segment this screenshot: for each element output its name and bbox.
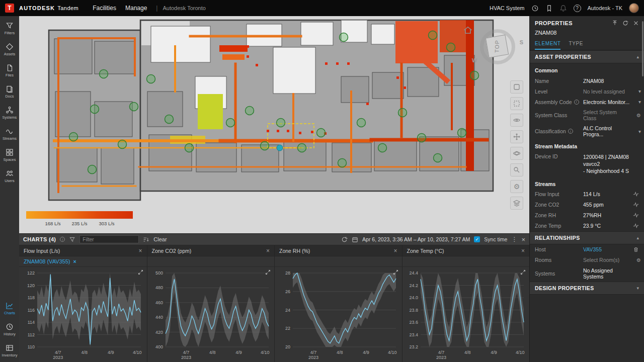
tab-element[interactable]: ELEMENT: [535, 39, 560, 50]
info-icon[interactable]: i: [574, 100, 579, 105]
top-bar: T AUTODESK Tandem Facilities Manage | Au…: [0, 0, 644, 16]
tandem-logo[interactable]: T: [5, 4, 14, 13]
sidebar-item-charts[interactable]: Charts: [0, 300, 19, 317]
trash-icon[interactable]: [633, 246, 641, 252]
gear-icon[interactable]: ⚙: [633, 113, 641, 118]
sidebar-item-history[interactable]: History: [0, 321, 19, 338]
first-person-tool[interactable]: [510, 114, 523, 127]
host-link[interactable]: VAV355: [583, 246, 631, 252]
gear-icon[interactable]: ⚙: [633, 257, 641, 263]
kebab-menu-icon[interactable]: ⋮: [511, 236, 517, 243]
sidebar-item-inventory[interactable]: Inventory: [0, 342, 19, 359]
view-cube-face[interactable]: TOP: [486, 35, 509, 58]
chart-title: Flow Input (L/s): [24, 248, 60, 254]
sync-time-checkbox[interactable]: ✓: [474, 236, 480, 242]
selected-element-name: ZNAM08: [530, 28, 644, 39]
chevron-down-icon[interactable]: ▾: [633, 99, 641, 105]
svg-text:114: 114: [28, 320, 35, 325]
series-tag[interactable]: ZNAM08 (VAV355) ×: [24, 258, 76, 264]
sidebar-item-docs[interactable]: Docs: [0, 83, 19, 100]
nav-manage[interactable]: Manage: [125, 5, 147, 12]
expand-icon[interactable]: [520, 269, 526, 275]
sidebar-item-spaces[interactable]: Spaces: [0, 147, 19, 163]
avatar[interactable]: [629, 3, 639, 13]
refresh-icon[interactable]: [622, 20, 628, 26]
chevron-down-icon[interactable]: ▾: [633, 88, 641, 94]
tab-type[interactable]: TYPE: [569, 39, 583, 50]
date-range[interactable]: Apr 6, 2023, 3:36 AM – Apr 10, 2023, 7:2…: [362, 236, 470, 242]
sidebar-item-systems[interactable]: Systems: [0, 105, 19, 121]
zoom-window-tool[interactable]: [510, 97, 523, 110]
chevron-down-icon[interactable]: ▾: [633, 129, 641, 134]
expand-icon[interactable]: [138, 269, 143, 275]
close-icon[interactable]: ×: [393, 247, 397, 254]
stream-chart-icon[interactable]: [633, 223, 641, 229]
property-row-assembly-code: Assembly Codei Electronic Monitor... ▾: [530, 97, 644, 107]
expand-icon[interactable]: [393, 269, 398, 275]
sidebar-item-label: Charts: [4, 311, 15, 315]
clear-button[interactable]: Clear: [153, 236, 167, 242]
chart-zone-co2[interactable]: 4004204404604805004/720234/84/94/10: [147, 267, 275, 362]
close-icon[interactable]: [633, 20, 639, 26]
floor-plan[interactable]: [19, 16, 529, 233]
sidebar-item-files[interactable]: Files: [0, 62, 19, 79]
sidebar-item-assets[interactable]: Assets: [0, 41, 19, 58]
svg-text:2023: 2023: [436, 355, 446, 360]
close-icon[interactable]: ×: [266, 247, 270, 254]
layers-tool[interactable]: [510, 197, 523, 210]
close-icon[interactable]: ×: [521, 247, 525, 254]
clock-icon[interactable]: [531, 5, 539, 12]
stream-chart-icon[interactable]: [633, 191, 641, 197]
expand-icon[interactable]: [265, 269, 271, 275]
settings-tool[interactable]: ⚙: [510, 180, 523, 193]
orbit-tool[interactable]: [510, 147, 523, 160]
sort-icon[interactable]: [143, 236, 149, 243]
stream-row-zone-temp: Zone Temp 23.9 °C: [530, 221, 644, 231]
close-icon[interactable]: ×: [73, 258, 76, 264]
refresh-icon[interactable]: [341, 236, 348, 243]
svg-text:2023: 2023: [181, 355, 191, 360]
close-icon[interactable]: ×: [521, 236, 525, 243]
section-relationships[interactable]: RELATIONSHIPS ▴: [530, 231, 644, 244]
bell-icon[interactable]: [559, 5, 567, 12]
sidebar-item-filters[interactable]: Filters: [0, 20, 19, 37]
check-icon: ✓: [475, 237, 479, 242]
hvac-system-label[interactable]: HVAC System: [490, 5, 524, 11]
chart-zone-temp[interactable]: 23.223.423.623.824.024.224.44/720234/84/…: [402, 267, 530, 362]
chart-canvas[interactable]: 1101121141161181201224/720234/84/94/10: [19, 267, 147, 362]
gear-icon: ⚙: [514, 183, 520, 190]
svg-text:20: 20: [285, 344, 290, 349]
calendar-icon[interactable]: [352, 236, 358, 243]
chart-canvas[interactable]: 4004204404604805004/720234/84/94/10: [147, 267, 275, 362]
info-icon[interactable]: i: [60, 237, 65, 242]
zoom-tool[interactable]: [510, 163, 523, 176]
chart-flow-input[interactable]: 1101121141161181201224/720234/84/94/10: [19, 267, 147, 362]
charts-filter-input[interactable]: [79, 235, 139, 243]
collapse-panel-icon[interactable]: [612, 20, 618, 26]
sync-time-label: Sync time: [484, 236, 507, 242]
help-icon[interactable]: ?: [574, 5, 581, 12]
chart-canvas[interactable]: 23.223.423.623.824.024.224.44/720234/84/…: [403, 267, 530, 362]
inventory-icon: [6, 344, 14, 352]
pan-tool[interactable]: [510, 130, 523, 143]
account-label[interactable]: Autodesk - TK: [588, 5, 623, 11]
stream-chart-icon[interactable]: [633, 212, 641, 218]
bookmark-icon[interactable]: [545, 5, 553, 12]
section-asset-properties[interactable]: ASSET PROPERTIES ▴: [530, 50, 644, 63]
section-design-properties[interactable]: DESIGN PROPERTIES ▾: [530, 282, 644, 295]
selection-window-tool[interactable]: [510, 80, 523, 94]
home-view-icon[interactable]: [463, 25, 473, 35]
view-cube[interactable]: TOP W S: [478, 27, 517, 66]
info-icon[interactable]: i: [568, 129, 573, 134]
model-viewer[interactable]: TOP W S ⚙ 168 L/s 235 L/s 303 L/s: [19, 16, 529, 233]
chart-zone-rh[interactable]: 20222426284/720234/84/94/10: [274, 267, 402, 362]
section-title: ASSET PROPERTIES: [535, 54, 591, 60]
nav-facilities[interactable]: Facilities: [93, 5, 116, 12]
legend-label-mid: 235 L/s: [71, 221, 87, 226]
chart-canvas[interactable]: 20222426284/720234/84/94/10: [275, 267, 402, 362]
close-icon[interactable]: ×: [138, 247, 142, 254]
chart-header-co2: Zone CO2 (ppm) ×: [147, 245, 275, 256]
stream-chart-icon[interactable]: [633, 202, 641, 208]
sidebar-item-streams[interactable]: Streams: [0, 126, 19, 142]
sidebar-item-users[interactable]: Users: [0, 168, 19, 185]
